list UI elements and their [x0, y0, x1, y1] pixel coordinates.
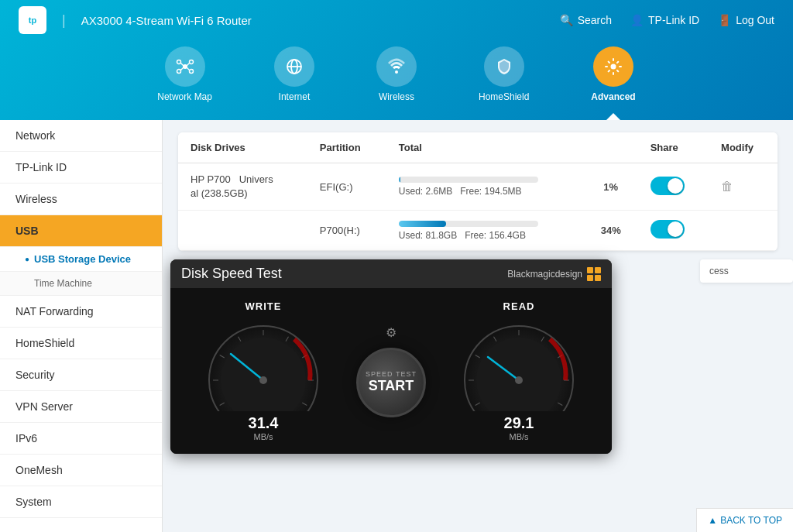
back-to-top-label: BACK TO TOP [720, 515, 782, 526]
progress-fill-1 [399, 177, 400, 183]
sidebar-item-onemesh[interactable]: OneMesh [0, 455, 162, 486]
sidebar-item-homeshield[interactable]: HomeShield [0, 328, 162, 359]
access-label: cess [709, 266, 729, 276]
sidebar-item-security[interactable]: Security [0, 359, 162, 391]
read-unit: MB/s [509, 432, 528, 441]
nav-homeshield[interactable]: HomeShield [479, 46, 529, 120]
svg-line-6 [187, 63, 190, 66]
blackmagic-logo: Blackmagicdesign [507, 267, 601, 281]
percent-2: 34% [584, 211, 638, 251]
write-unit: MB/s [253, 432, 273, 441]
sidebar-item-time-machine[interactable]: Time Machine [0, 272, 162, 296]
main-content: Disk Drives Partition Total Share Modify… [163, 120, 793, 532]
col-disk-drives: Disk Drives [178, 132, 307, 163]
svg-line-5 [180, 63, 184, 66]
back-to-top-button[interactable]: ▲ BACK TO TOP [696, 508, 793, 532]
sidebar-item-usb[interactable]: USB [0, 215, 162, 247]
user-icon: 👤 [630, 14, 644, 26]
drive-name-2 [178, 211, 307, 251]
svg-point-1 [177, 60, 180, 64]
nav-advanced[interactable]: Advanced [591, 46, 635, 120]
partition-2: P700(H:) [307, 211, 386, 251]
logout-button[interactable]: 🚪 Log Out [718, 14, 774, 26]
write-gauge-svg [201, 318, 325, 411]
network-map-icon [165, 46, 205, 87]
delete-icon-1[interactable]: 🗑 [721, 180, 733, 193]
speed-test-title: Disk Speed Test [181, 266, 282, 282]
sidebar-item-usb-storage[interactable]: ● USB Storage Device [0, 247, 162, 272]
write-value: 31.4 [249, 414, 279, 432]
speed-test-start-button[interactable]: SPEED TEST START [356, 348, 426, 417]
header-actions: 🔍 Search 👤 TP-Link ID 🚪 Log Out [560, 14, 774, 26]
sub-dot-icon: ● [25, 255, 29, 263]
main-nav: Network Map Internet Wireless HomeShield… [0, 40, 793, 120]
svg-point-3 [177, 70, 180, 74]
share-toggle-switch-1[interactable] [651, 177, 685, 195]
drive-name-1: HP P700 Universal (238.5GB) [178, 163, 307, 211]
svg-point-0 [183, 64, 187, 69]
search-icon: 🔍 [560, 14, 573, 26]
sidebar: Network TP-Link ID Wireless USB ● USB St… [0, 120, 163, 532]
nav-network-map-label: Network Map [157, 91, 212, 102]
sidebar-item-vpn[interactable]: VPN Server [0, 391, 162, 423]
blackmagic-squares [587, 267, 601, 281]
progress-bar-2 [399, 221, 538, 227]
col-share: Share [638, 132, 709, 163]
tp-link-logo: tp [19, 6, 46, 34]
sidebar-item-nat[interactable]: NAT Forwarding [0, 296, 162, 328]
read-label: READ [503, 300, 535, 312]
nav-wireless-label: Wireless [379, 91, 414, 102]
read-gauge: READ [457, 300, 581, 441]
share-toggle-1[interactable] [638, 163, 709, 211]
progress-fill-2 [399, 221, 446, 227]
table-row: P700(H:) Used: 81.8GB Free: 156.4GB 34% [178, 211, 778, 251]
free-1: Free: 194.5MB [460, 186, 521, 197]
svg-point-4 [189, 70, 193, 74]
gear-icon[interactable]: ⚙ [386, 325, 396, 340]
nav-wireless[interactable]: Wireless [376, 46, 417, 120]
write-label: WRITE [245, 300, 282, 312]
speed-test-overlay: Disk Speed Test Blackmagicdesign WRITE [170, 259, 612, 454]
nav-internet[interactable]: Internet [274, 46, 314, 120]
nav-homeshield-label: HomeShield [479, 91, 529, 102]
svg-line-8 [187, 67, 190, 70]
sidebar-item-tplink-id[interactable]: TP-Link ID [0, 152, 162, 184]
advanced-icon [593, 46, 633, 87]
used-1: Used: 2.6MB [399, 186, 452, 197]
header-top: tp | AX3000 4-Stream Wi-Fi 6 Router 🔍 Se… [0, 0, 793, 40]
total-2: Used: 81.8GB Free: 156.4GB [386, 211, 584, 251]
svg-line-7 [180, 67, 184, 70]
col-partition: Partition [307, 132, 386, 163]
disk-drives-table: Disk Drives Partition Total Share Modify… [178, 132, 778, 251]
tplink-id-button[interactable]: 👤 TP-Link ID [630, 14, 699, 26]
sidebar-item-ipv6[interactable]: IPv6 [0, 423, 162, 455]
nav-network-map[interactable]: Network Map [157, 46, 212, 120]
used-2: Used: 81.8GB [399, 230, 457, 241]
partition-1: EFI(G:) [307, 163, 386, 211]
start-btn-container: ⚙ SPEED TEST START [356, 325, 426, 417]
col-total: Total [386, 132, 584, 163]
total-1: Used: 2.6MB Free: 194.5MB [386, 163, 584, 211]
sidebar-item-system[interactable]: System [0, 486, 162, 518]
share-toggle-2[interactable] [638, 211, 709, 251]
sidebar-item-network[interactable]: Network [0, 120, 162, 152]
wireless-icon [376, 46, 417, 87]
main-layout: Network TP-Link ID Wireless USB ● USB St… [0, 120, 793, 532]
read-value: 29.1 [504, 414, 534, 432]
router-name: AX3000 4-Stream Wi-Fi 6 Router [81, 14, 252, 27]
share-toggle-switch-2[interactable] [651, 220, 685, 239]
disk-table-container: Disk Drives Partition Total Share Modify… [178, 132, 778, 251]
modify-1[interactable]: 🗑 [709, 163, 778, 211]
logo-divider: | [62, 12, 66, 29]
free-2: Free: 156.4GB [465, 230, 526, 241]
svg-point-13 [611, 64, 616, 70]
svg-point-43 [515, 376, 523, 384]
access-panel: cess [700, 259, 793, 283]
sidebar-item-wireless[interactable]: Wireless [0, 184, 162, 215]
nav-internet-label: Internet [279, 91, 311, 102]
percent-1: 1% [584, 163, 638, 211]
search-button[interactable]: 🔍 Search [560, 14, 612, 26]
col-modify: Modify [709, 132, 778, 163]
logo-area: tp | AX3000 4-Stream Wi-Fi 6 Router [19, 6, 252, 34]
start-btn-text: START [369, 378, 414, 394]
